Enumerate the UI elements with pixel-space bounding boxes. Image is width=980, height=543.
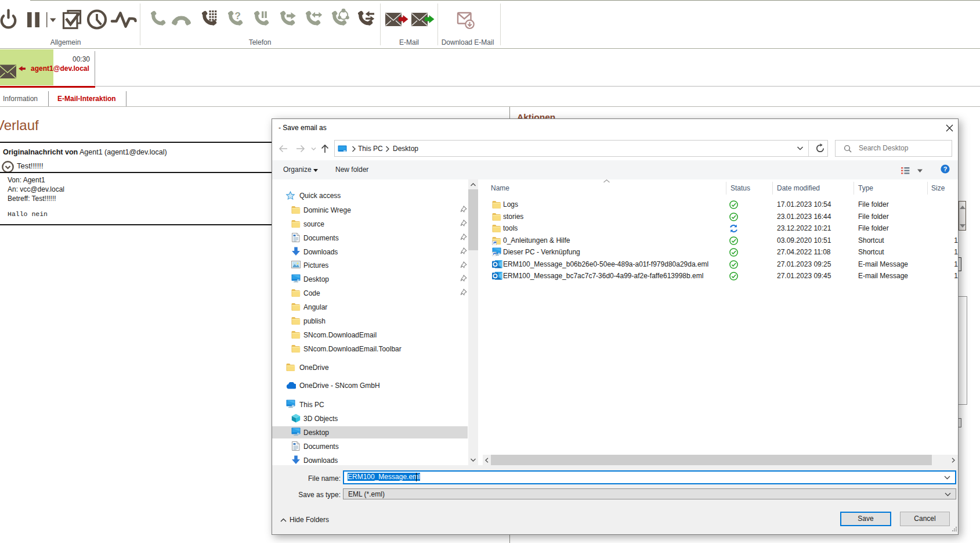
svg-text:?: ? [235,10,241,21]
svg-text:?: ? [943,166,948,172]
